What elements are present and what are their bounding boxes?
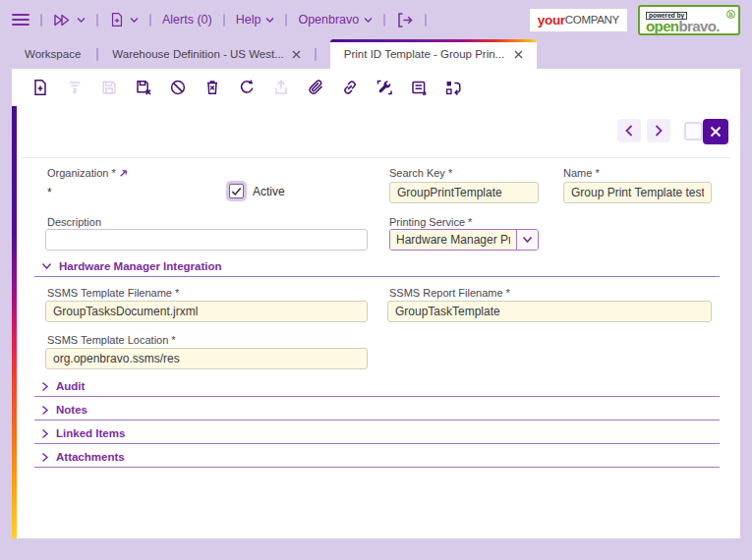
printing-service-input[interactable]: [390, 230, 516, 250]
chevron-right-icon: [653, 124, 665, 138]
previous-record-button[interactable]: [617, 119, 641, 142]
company-logo: yourCOMPANY: [530, 9, 627, 31]
openbravo-window: { "colors": { "background_lavender": "#d…: [0, 0, 752, 560]
ssms-template-filename-label: SSMS Template Filename *: [47, 287, 179, 299]
section-linked-items[interactable]: Linked Items: [34, 423, 720, 444]
active-checkbox[interactable]: Active: [229, 184, 285, 198]
ssms-template-location-label: SSMS Template Location *: [47, 334, 176, 346]
toolbar-form-divider: [22, 157, 730, 158]
record-toolbar: [12, 69, 740, 106]
ssms-report-filename-label: SSMS Report Filename *: [389, 287, 510, 299]
separator: [223, 14, 225, 27]
organization-label: Organization *: [47, 167, 128, 179]
delete-button[interactable]: [202, 77, 223, 98]
close-tab-icon[interactable]: [514, 50, 523, 59]
separator: [285, 14, 287, 27]
tab-workspace-label: Workspace: [25, 48, 81, 60]
separator: [383, 14, 385, 27]
separator: [149, 14, 151, 27]
description-input[interactable]: [45, 229, 368, 251]
hamburger-menu-button[interactable]: [12, 13, 29, 27]
link-button[interactable]: [339, 77, 361, 98]
section-notes[interactable]: Notes: [34, 400, 720, 420]
logout-icon: [396, 12, 414, 28]
ssms-report-filename-input[interactable]: [387, 301, 712, 322]
chevron-down-icon: [41, 262, 52, 270]
search-key-input[interactable]: [389, 182, 539, 203]
chevron-right-icon: [41, 428, 49, 439]
printing-service-combo[interactable]: [389, 229, 539, 251]
filter-button: [64, 77, 86, 98]
tab-print-id-template-label: Print ID Template - Group Prin...: [344, 48, 504, 60]
section-audit[interactable]: Audit: [34, 376, 720, 397]
organization-value[interactable]: *: [47, 186, 52, 199]
name-input[interactable]: [563, 182, 712, 203]
openbravo-trademark-icon: b: [726, 10, 735, 19]
cancel-icon: [169, 79, 187, 96]
process-button[interactable]: [374, 77, 395, 98]
quick-create-menu[interactable]: [109, 11, 139, 28]
next-record-button[interactable]: [647, 119, 670, 142]
refresh-button[interactable]: [236, 77, 258, 98]
section-label: Attachments: [56, 451, 125, 463]
undo-changes-icon: [135, 79, 153, 96]
section-label: Hardware Manager Integration: [59, 260, 222, 272]
alerts-menu[interactable]: Alerts (0): [162, 13, 212, 27]
company-logo-your: your: [538, 13, 565, 28]
search-key-label: Search Key *: [389, 167, 452, 179]
hamburger-icon: [12, 13, 29, 27]
section-label: Linked Items: [56, 427, 125, 439]
cancel-button[interactable]: [167, 77, 189, 98]
brand-gradient-bar: [12, 106, 17, 538]
open-link-icon[interactable]: [119, 169, 128, 178]
printing-service-label: Printing Service *: [389, 216, 472, 228]
print-button[interactable]: [408, 77, 430, 98]
export-button: [270, 77, 292, 98]
help-menu[interactable]: Help: [236, 13, 275, 27]
help-label: Help: [236, 13, 261, 27]
new-document-icon: [109, 11, 125, 28]
separator: [40, 14, 42, 27]
new-record-button[interactable]: [29, 77, 51, 98]
chevron-down-icon: [265, 13, 274, 27]
section-attachments[interactable]: Attachments: [34, 447, 720, 468]
chevron-right-icon: [41, 452, 49, 463]
description-label: Description: [47, 216, 101, 228]
export-icon: [272, 79, 290, 96]
tab-print-id-template[interactable]: Print ID Template - Group Prin...: [330, 39, 537, 69]
wrench-icon: [376, 79, 394, 96]
tab-workspace[interactable]: Workspace: [25, 39, 96, 69]
grid-view-toggle-button[interactable]: [442, 77, 464, 98]
separator: [425, 14, 427, 27]
attachments-button[interactable]: [305, 77, 326, 98]
new-record-icon: [31, 79, 49, 96]
delete-icon: [203, 79, 221, 96]
printing-service-dropdown-button[interactable]: [516, 230, 538, 250]
user-menu-label: Openbravo: [298, 13, 359, 27]
link-icon: [341, 79, 359, 96]
ssms-template-filename-input[interactable]: [45, 301, 368, 322]
undo-changes-button[interactable]: [133, 77, 154, 98]
tab-warehouse-definition[interactable]: Warehouse Definition - US West...: [112, 39, 314, 69]
section-hardware-manager-integration[interactable]: Hardware Manager Integration: [34, 256, 720, 277]
checkbox-checked-icon: [229, 184, 244, 198]
company-logo-company: COMPANY: [565, 14, 619, 26]
chevron-down-icon: [130, 13, 139, 27]
ssms-template-location-input[interactable]: [45, 348, 368, 369]
form-panel: Organization * * Active Search Key * Nam…: [12, 69, 740, 538]
close-window-button[interactable]: [703, 119, 728, 144]
chevron-right-icon: [41, 405, 49, 416]
separator: [96, 48, 98, 61]
quick-launch-menu[interactable]: [53, 13, 86, 28]
close-tab-icon[interactable]: [292, 50, 301, 59]
paperclip-icon: [307, 79, 325, 97]
print-icon: [410, 79, 429, 97]
chevron-right-icon: [41, 381, 49, 392]
user-menu[interactable]: Openbravo: [298, 13, 373, 27]
logout-button[interactable]: [396, 12, 414, 28]
restore-window-button[interactable]: [684, 122, 703, 140]
refresh-icon: [238, 79, 256, 96]
save-icon: [100, 79, 118, 96]
name-label: Name *: [563, 167, 600, 179]
openbravo-wordmark: openbravo.: [646, 19, 732, 33]
